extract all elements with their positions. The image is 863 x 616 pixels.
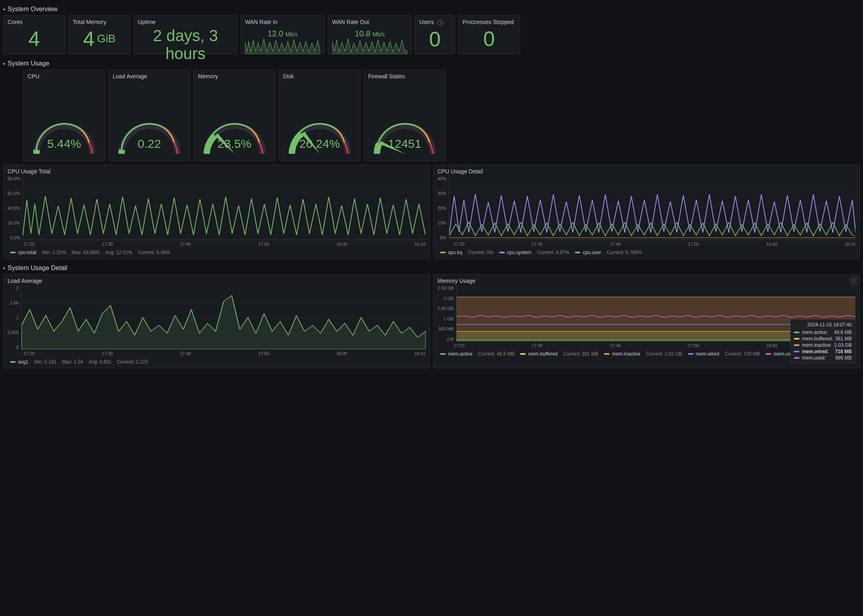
panel-wan-in[interactable]: WAN Rate In 12.0 Mb/s [241,15,325,54]
gauge-chart [284,110,356,158]
section-title: System Usage Detail [8,264,67,272]
legend: avg1 Min: 0.191 Max: 1.54 Avg: 0.601 Cur… [8,359,426,365]
panel-processes-stopped[interactable]: Proccesses Stopped 0 [458,15,520,54]
panel-title: WAN Rate In [245,19,320,25]
stat-value: 4 [8,27,61,51]
gauge-chart [369,110,441,158]
section-title: System Overview [8,6,57,13]
stat-value: 2 days, 3 hours [138,27,233,63]
section-header-usage-detail[interactable]: ▾ System Usage Detail [3,262,860,274]
gauge-value: 23.5% [198,137,271,151]
chevron-down-icon: ▾ [3,62,5,66]
panel-menu-icon[interactable]: ⋮ [850,276,858,286]
chart-tooltip: 2024-11-15 18:07:40 mem.active:49.6 MB m… [790,319,855,364]
panel-title: Total Memory [73,19,126,25]
panel-cpu-usage-detail[interactable]: CPU Usage Detail 40%30%20%10%0% 17:2017:… [433,165,860,259]
section-title: System Usage [8,60,49,67]
panel-title: Users i [419,19,450,26]
gauge-value: 12451 [368,137,441,151]
panel-title: Memory [198,73,271,79]
panel-wan-out[interactable]: WAN Rate Out 10.8 Mb/s [328,15,412,54]
chevron-down-icon: ▾ [3,266,5,270]
gauge-chart [114,110,185,158]
panel-title: CPU Usage Total [8,168,426,175]
gauge-chart [199,110,271,158]
y-axis: 2.50 GB2 GB1.50 GB1 GB500 MB0 B [438,286,456,342]
gauge-value: 0.22 [113,137,186,151]
panel-title: Load Average [8,278,426,284]
panel-title: Cores [8,19,61,25]
gauge-load[interactable]: Load Average 0.22 [108,70,190,161]
panel-cores[interactable]: Cores 4 [3,15,65,54]
stat-value: 10.8 Mb/s [355,29,385,38]
panel-title: Firewall States [368,73,441,79]
legend: cpu.irq Current: 0% cpu.system Current: … [438,250,856,255]
gauge-firewall-states[interactable]: Firewall States 12451 [364,70,446,161]
legend: cpu-total Min: 2.32% Max: 63.06% Avg: 12… [8,250,426,255]
panel-title: WAN Rate Out [332,19,407,25]
panel-title: CPU Usage Detail [438,168,856,175]
panel-title: Load Average [113,73,186,79]
gauge-value: 5.44% [28,137,101,151]
y-axis: 80.0%60.0%40.0%20.0%0.0% [8,176,22,240]
y-axis: 40%30%20%10%0% [438,176,449,240]
panel-title: CPU [28,73,101,79]
panel-title: Memory Usage [438,278,856,284]
stat-value: 0 [462,27,516,51]
panel-uptime[interactable]: Uptime 2 days, 3 hours [134,15,237,54]
plot-area [21,286,426,350]
panel-load-average[interactable]: Load Average 21.5010.5000 17:2017:3017:4… [3,274,430,368]
gauge-memory[interactable]: Memory 23.5% [193,70,275,161]
panel-title: Disk [283,73,356,79]
panel-total-memory[interactable]: Total Memory 4GiB [68,15,130,54]
panel-users[interactable]: Users i 0 [415,15,455,54]
gauge-disk[interactable]: Disk 26.24% [279,70,361,161]
info-icon[interactable]: i [438,20,443,26]
plot-area [22,176,425,240]
gauge-value: 26.24% [283,137,356,151]
panel-cpu-usage-total[interactable]: CPU Usage Total 80.0%60.0%40.0%20.0%0.0%… [3,165,430,259]
chevron-down-icon: ▾ [3,7,5,12]
gauge-chart [28,110,100,158]
stat-value: 4GiB [73,27,126,51]
x-axis: 17:2017:3017:4017:5018:0018:10 [8,351,426,356]
stat-value: 12.0 Mb/s [268,29,298,38]
section-header-usage[interactable]: ▾ System Usage [3,58,860,70]
panel-title: Uptime [138,19,233,25]
section-header-overview[interactable]: ▾ System Overview [3,3,860,15]
stat-value: 0 [419,27,450,51]
gauge-cpu[interactable]: CPU 5.44% [23,70,105,161]
y-axis: 21.5010.5000 [8,286,21,350]
x-axis: 17:2017:3017:4017:5018:0018:10 [8,242,426,246]
x-axis: 17:2017:3017:4017:5018:0018:10 [438,242,856,246]
panel-title: Proccesses Stopped [462,19,516,25]
panel-memory-usage[interactable]: ⋮ Memory Usage 2.50 GB2 GB1.50 GB1 GB500… [433,274,860,368]
plot-area [449,176,855,240]
